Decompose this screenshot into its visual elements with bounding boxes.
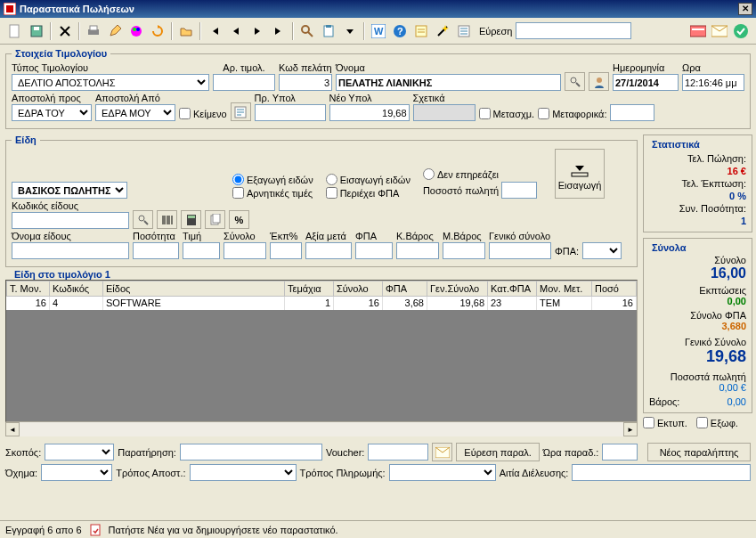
vat-select[interactable] [582, 242, 622, 259]
first-icon[interactable] [205, 21, 224, 41]
text-edit-icon[interactable] [231, 102, 251, 121]
gtotal-input[interactable] [489, 242, 551, 259]
total-input[interactable] [224, 242, 266, 259]
itemname-input[interactable] [12, 242, 129, 259]
sellerpct-input[interactable] [501, 182, 537, 199]
dropdown-icon[interactable] [340, 21, 360, 41]
svg-point-9 [302, 26, 309, 33]
mail-voucher-icon[interactable] [432, 443, 452, 461]
none-radio[interactable] [423, 168, 435, 180]
metaf-checkbox[interactable] [538, 108, 549, 119]
shipfrom-select[interactable]: ΕΔΡΑ ΜΟΥ [95, 104, 175, 121]
metaf-input[interactable] [610, 104, 654, 121]
help-icon[interactable]: ? [390, 21, 410, 41]
related-label: Σχετικά [413, 93, 476, 103]
mweight-input[interactable] [443, 242, 485, 259]
related-input [413, 104, 476, 121]
svg-point-23 [597, 77, 602, 83]
edit-icon[interactable] [105, 21, 125, 41]
grid-legend: Είδη στο τιμολόγιο 1 [11, 269, 114, 280]
date-label: Ημερομηνία [613, 62, 679, 73]
ok-icon[interactable] [731, 21, 751, 41]
wand-icon[interactable] [433, 21, 452, 41]
import-button[interactable]: Εισαγωγή [555, 149, 605, 199]
date-input[interactable] [613, 74, 679, 91]
note-icon[interactable] [411, 21, 431, 41]
new-icon[interactable] [5, 21, 25, 41]
note-input[interactable] [180, 444, 322, 461]
vehicle-select[interactable] [41, 464, 112, 481]
calc-icon[interactable] [181, 210, 201, 229]
prev-icon[interactable] [226, 21, 246, 41]
voucher-input[interactable] [368, 444, 428, 461]
qty-input[interactable] [133, 242, 179, 259]
list-icon[interactable] [454, 21, 474, 41]
lookup-item-icon[interactable] [133, 210, 153, 229]
card-icon[interactable] [688, 21, 708, 41]
recvtime-input[interactable] [602, 444, 638, 461]
text-checkbox[interactable] [179, 108, 191, 119]
after-input[interactable] [305, 242, 352, 259]
disc-input[interactable] [270, 242, 302, 259]
table-row[interactable]: 16 4 SOFTWARE 1 16 3,68 19,68 23 TEM 16 [7, 297, 637, 310]
mail-icon[interactable] [710, 21, 729, 41]
horizontal-scrollbar[interactable]: ◄ ► [5, 422, 638, 436]
itemcode-input[interactable] [12, 212, 129, 229]
import-radio[interactable] [326, 174, 337, 185]
prevbal-input[interactable] [255, 104, 326, 121]
seller-select[interactable]: ΒΑΣΙΚΟΣ ΠΩΛΗΤΗΣ [12, 182, 127, 199]
price-input[interactable] [183, 242, 220, 259]
scroll-right-icon[interactable]: ► [623, 422, 638, 436]
newbal-input[interactable] [329, 104, 410, 121]
search-icon[interactable] [297, 21, 317, 41]
word-icon[interactable]: W [369, 21, 388, 41]
svg-text:?: ? [397, 26, 403, 37]
lookup-customer-icon[interactable] [565, 72, 585, 91]
barcode-icon[interactable] [157, 210, 177, 229]
type-label: Τύπος Τιμολογίου [12, 62, 209, 73]
folder-icon[interactable] [176, 21, 196, 41]
export-radio[interactable] [232, 174, 244, 185]
neg-checkbox[interactable] [232, 187, 244, 199]
clear-checkbox[interactable] [696, 417, 708, 428]
passreason-input[interactable] [572, 464, 751, 481]
time-input[interactable] [682, 74, 744, 91]
titlebar: Παραστατικά Πωλήσεων ✕ [0, 0, 756, 18]
last-icon[interactable] [269, 21, 289, 41]
copy-icon[interactable] [205, 210, 225, 229]
delete-icon[interactable] [55, 21, 75, 41]
shipmethod-select[interactable] [190, 464, 297, 481]
kweight-input[interactable] [396, 242, 439, 259]
items-grid[interactable]: Τ. Μον. Κωδικός Είδος Τεμάχια Σύνολο ΦΠΑ… [5, 280, 638, 422]
percent-icon[interactable]: % [229, 210, 249, 229]
shipfrom-label: Αποστολή Από [95, 93, 175, 103]
next-icon[interactable] [248, 21, 267, 41]
scroll-left-icon[interactable]: ◄ [5, 422, 20, 436]
metasx-checkbox[interactable] [479, 108, 491, 119]
clipboard-icon[interactable] [319, 21, 338, 41]
window-title: Παραστατικά Πωλήσεων [20, 4, 134, 14]
person-icon[interactable] [589, 72, 609, 91]
svg-point-26 [139, 216, 144, 221]
inclvat-checkbox[interactable] [326, 187, 337, 199]
close-button[interactable]: ✕ [738, 3, 752, 15]
type-select[interactable]: ΔΕΛΤΙΟ ΑΠΟΣΤΟΛΗΣ [12, 74, 209, 91]
metaf-label: Μεταφορικά: [552, 109, 606, 119]
shipto-select[interactable]: ΕΔΡΑ ΤΟΥ [12, 104, 92, 121]
custcode-input[interactable] [279, 74, 332, 91]
print-icon[interactable] [84, 21, 103, 41]
name-input[interactable] [336, 74, 561, 91]
svg-rect-32 [91, 525, 100, 535]
refresh-icon[interactable] [148, 21, 167, 41]
purpose-select[interactable] [45, 444, 114, 461]
paymethod-select[interactable] [389, 464, 496, 481]
find-recv-button[interactable]: Εύρεση παραλ. [456, 443, 539, 461]
search-input[interactable] [516, 22, 631, 39]
vat-input[interactable] [355, 242, 393, 259]
num-input[interactable] [213, 74, 275, 91]
save-icon[interactable] [27, 21, 46, 41]
print-checkbox[interactable] [643, 417, 654, 428]
color-icon[interactable] [126, 21, 146, 41]
new-recv-button[interactable]: Νέος παραλήπτης [647, 443, 751, 461]
stats-panel: Στατιστικά Τελ. Πώληση: 16 € Τελ. Έκπτωσ… [643, 134, 752, 232]
